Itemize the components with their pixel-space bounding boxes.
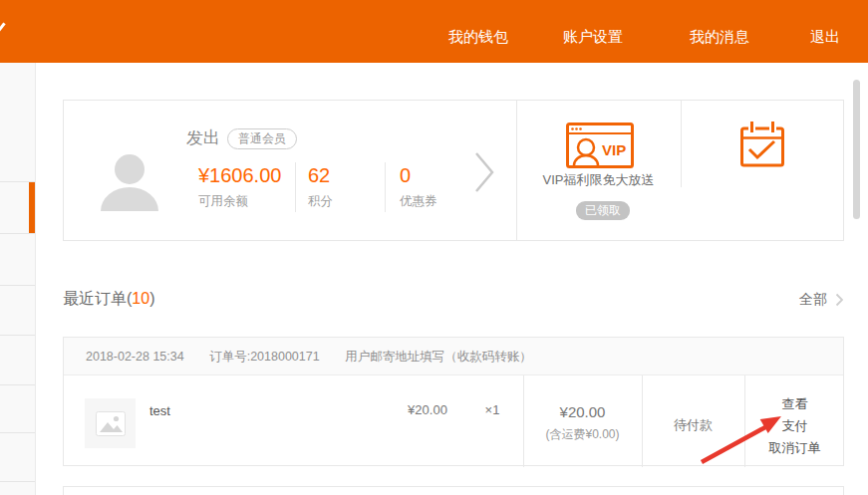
balance-stat[interactable]: ¥1606.00 可用余额 <box>198 164 288 210</box>
page: 我的钱包 账户设置 我的消息 退出 发出 普通会员 ¥1606.00 可用余额 <box>0 0 868 495</box>
pay-order-link[interactable]: 支付 <box>744 417 845 435</box>
divider <box>516 101 517 240</box>
chevron-right-icon[interactable] <box>473 150 497 198</box>
shipping-note: (含运费¥0.00) <box>523 426 642 443</box>
order-row: 2018-02-28 15:34 订单号:2018000171 用户邮寄地址填写… <box>63 337 844 466</box>
nav-my-wallet[interactable]: 我的钱包 <box>448 28 508 47</box>
order-meta-row: 2018-02-28 15:34 订单号:2018000171 用户邮寄地址填写… <box>64 338 843 375</box>
sidebar <box>0 63 36 495</box>
claimed-badge: 已领取 <box>576 201 630 220</box>
view-order-link[interactable]: 查看 <box>744 395 845 413</box>
sidebar-item[interactable] <box>0 385 35 433</box>
coupons-label: 优惠券 <box>400 193 437 210</box>
sidebar-item[interactable] <box>0 482 35 495</box>
calendar-check-icon[interactable] <box>738 120 786 173</box>
coupons-value: 0 <box>400 164 437 187</box>
section-title: 最近订单(10) <box>63 289 154 310</box>
vip-promo-icon[interactable]: VIP <box>566 123 634 172</box>
sidebar-item[interactable] <box>0 433 35 482</box>
order-row <box>63 486 844 495</box>
image-placeholder-icon <box>96 411 126 436</box>
recent-orders-header: 最近订单(10) 全部 <box>63 289 844 311</box>
points-label: 积分 <box>308 193 333 210</box>
divider <box>295 162 296 212</box>
view-all-link[interactable]: 全部 <box>799 291 827 309</box>
chevron-right-small-icon[interactable] <box>835 293 844 311</box>
user-summary-card: 发出 普通会员 ¥1606.00 可用余额 62 积分 0 优惠券 <box>63 100 844 241</box>
sidebar-item[interactable] <box>0 63 35 182</box>
section-title-suffix: ) <box>149 290 154 307</box>
points-stat[interactable]: 62 积分 <box>308 164 333 210</box>
order-address-note: 用户邮寄地址填写（收款码转账） <box>345 350 532 364</box>
balance-value: ¥1606.00 <box>198 164 288 187</box>
vip-icon-text: VIP <box>602 141 626 158</box>
active-indicator <box>29 182 35 233</box>
vip-promo-title[interactable]: VIP福利限免大放送 <box>516 171 681 189</box>
balance-label: 可用余额 <box>198 193 288 210</box>
quantity: ×1 <box>477 402 507 417</box>
order-total-cell: ¥20.00 (含运费¥0.00) <box>523 338 642 467</box>
top-header: 我的钱包 账户设置 我的消息 退出 <box>0 0 868 63</box>
coupons-stat[interactable]: 0 优惠券 <box>400 164 437 210</box>
product-thumbnail[interactable] <box>85 398 136 448</box>
sidebar-item[interactable] <box>0 286 35 336</box>
nav-logout[interactable]: 退出 <box>810 28 840 47</box>
points-value: 62 <box>308 164 333 187</box>
unit-price: ¥20.00 <box>393 402 462 417</box>
username: 发出 <box>186 126 220 149</box>
logo-mark-icon <box>0 22 6 34</box>
sidebar-item-active[interactable] <box>0 182 35 234</box>
product-name[interactable]: test <box>149 403 170 418</box>
order-total: ¥20.00 <box>523 403 642 420</box>
sidebar-item[interactable] <box>0 336 35 385</box>
section-title-prefix: 最近订单( <box>63 290 132 307</box>
avatar <box>98 147 161 217</box>
order-datetime: 2018-02-28 15:34 <box>86 350 184 364</box>
nav-account-settings[interactable]: 账户设置 <box>563 28 623 47</box>
member-level-badge: 普通会员 <box>227 128 297 149</box>
order-status: 待付款 <box>642 416 744 434</box>
order-number: 订单号:2018000171 <box>209 350 320 364</box>
cancel-order-link[interactable]: 取消订单 <box>744 439 845 457</box>
order-count: 10 <box>132 290 149 307</box>
divider <box>681 101 682 187</box>
scrollbar-thumb[interactable] <box>853 80 860 219</box>
divider <box>385 162 386 212</box>
nav-my-messages[interactable]: 我的消息 <box>690 28 749 47</box>
sidebar-item[interactable] <box>0 234 35 286</box>
